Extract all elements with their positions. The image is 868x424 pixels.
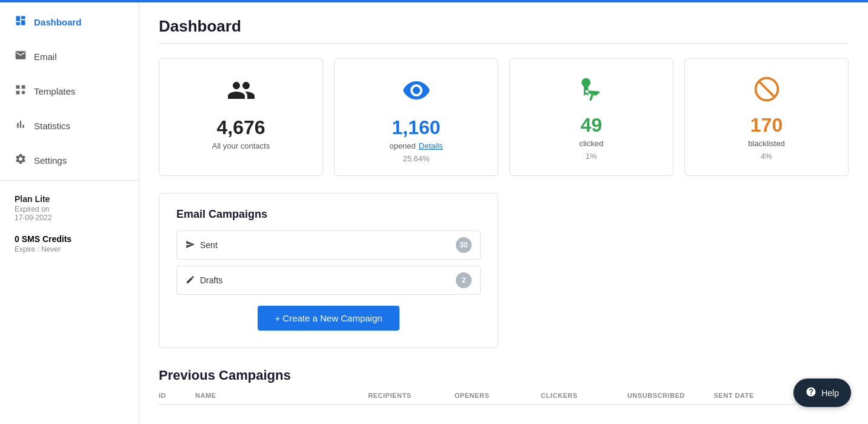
previous-campaigns-title: Previous Campaigns	[159, 368, 849, 383]
help-label: Help	[821, 388, 839, 398]
sidebar-item-settings-label: Settings	[34, 155, 67, 166]
stat-card-opened: 1,160 opened Details 25.64%	[334, 58, 498, 176]
dashboard-icon	[15, 15, 27, 30]
sidebar-item-templates-label: Templates	[34, 86, 75, 96]
col-unsubscribed: UNSUBSCRIBED	[627, 392, 714, 399]
campaign-row-sent-left: Sent	[185, 240, 218, 251]
contacts-icon	[227, 76, 256, 110]
email-campaigns-box: Email Campaigns Sent 30 Drafts 2 + Creat…	[159, 193, 498, 348]
sent-count-badge: 30	[456, 237, 472, 253]
plan-name: Plan Lite	[15, 194, 124, 204]
col-id: ID	[159, 392, 195, 399]
main-header: Dashboard	[159, 0, 849, 44]
email-icon	[15, 49, 27, 64]
help-button[interactable]: Help	[793, 379, 851, 407]
sidebar: Dashboard Email Templates Statistics Set…	[0, 0, 139, 424]
ban-icon	[753, 76, 780, 108]
sidebar-divider	[0, 180, 139, 181]
pointer-icon	[578, 76, 605, 108]
sidebar-item-email[interactable]: Email	[0, 39, 139, 74]
sidebar-item-email-label: Email	[34, 52, 57, 62]
sidebar-sms: 0 SMS Credits Expire : Never	[0, 226, 139, 257]
sidebar-item-templates[interactable]: Templates	[0, 74, 139, 109]
email-campaigns-title: Email Campaigns	[176, 208, 481, 221]
clicked-number: 49	[581, 114, 603, 136]
help-circle-icon	[806, 386, 816, 399]
create-campaign-button[interactable]: + Create a New Campaign	[258, 306, 399, 331]
eye-icon	[402, 76, 431, 110]
campaign-row-drafts[interactable]: Drafts 2	[176, 266, 481, 295]
sidebar-item-settings[interactable]: Settings	[0, 143, 139, 178]
plan-expired-label: Expired on	[15, 205, 124, 214]
campaign-row-drafts-left: Drafts	[185, 275, 222, 286]
contacts-number: 4,676	[216, 116, 265, 139]
drafts-label: Drafts	[200, 275, 222, 285]
sidebar-item-dashboard[interactable]: Dashboard	[0, 5, 139, 39]
opened-sub: 25.64%	[402, 154, 429, 163]
opened-details-link[interactable]: Details	[419, 141, 443, 150]
page-title: Dashboard	[159, 17, 849, 36]
opened-number: 1,160	[392, 116, 440, 139]
sidebar-item-statistics[interactable]: Statistics	[0, 109, 139, 143]
send-icon	[185, 240, 195, 251]
sidebar-plan: Plan Lite Expired on 17-09-2022	[0, 183, 139, 226]
statistics-icon	[15, 118, 27, 133]
sidebar-item-dashboard-label: Dashboard	[34, 17, 81, 27]
sent-label: Sent	[200, 240, 218, 250]
opened-label: opened Details	[389, 141, 442, 150]
stats-row: 4,676 All your contacts 1,160 opened Det…	[159, 58, 849, 176]
clicked-label: clicked	[579, 139, 604, 148]
templates-icon	[15, 84, 27, 99]
settings-icon	[15, 153, 27, 168]
draft-icon	[185, 275, 195, 286]
previous-campaigns-section: Previous Campaigns ID NAME RECIPIENTS OP…	[159, 368, 849, 405]
col-recipients: RECIPIENTS	[368, 392, 455, 399]
main-content: Dashboard 4,676 All your contacts 1,160 …	[139, 0, 868, 424]
col-clickers: CLICKERS	[541, 392, 627, 399]
blacklisted-number: 170	[750, 114, 783, 136]
clicked-sub: 1%	[586, 152, 597, 161]
contacts-label: All your contacts	[212, 141, 270, 150]
svg-line-1	[759, 81, 775, 97]
col-openers: OPENERS	[455, 392, 541, 399]
sms-credits: 0 SMS Credits	[15, 234, 124, 244]
plan-date: 17-09-2022	[15, 214, 124, 222]
sms-expire: Expire : Never	[15, 245, 124, 254]
col-name: NAME	[195, 392, 368, 399]
blacklisted-label: blacklisted	[748, 139, 785, 148]
drafts-count-badge: 2	[456, 272, 472, 288]
stat-card-blacklisted: 170 blacklisted 4%	[684, 58, 849, 176]
top-bar	[0, 0, 868, 2]
sidebar-item-statistics-label: Statistics	[34, 121, 70, 131]
stat-card-clicked: 49 clicked 1%	[509, 58, 673, 176]
campaign-row-sent[interactable]: Sent 30	[176, 231, 481, 260]
stat-card-contacts: 4,676 All your contacts	[159, 58, 323, 176]
table-header-row: ID NAME RECIPIENTS OPENERS CLICKERS UNSU…	[159, 392, 849, 405]
blacklisted-sub: 4%	[761, 152, 772, 161]
col-sent-date: SENT DATE	[713, 392, 800, 399]
